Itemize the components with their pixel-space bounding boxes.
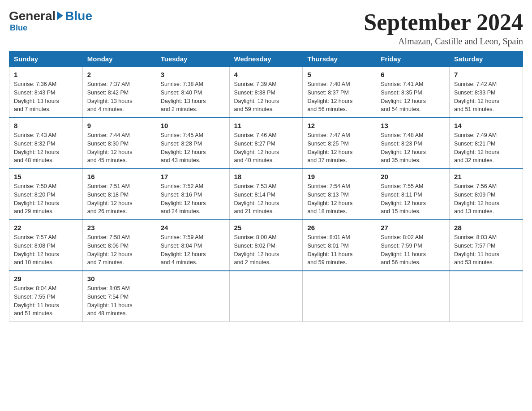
calendar-cell: 30Sunrise: 8:05 AMSunset: 7:54 PMDayligh…	[82, 271, 156, 322]
day-number: 1	[14, 71, 78, 78]
calendar-cell: 23Sunrise: 7:58 AMSunset: 8:06 PMDayligh…	[82, 220, 156, 271]
day-number: 5	[307, 71, 371, 78]
day-number: 24	[161, 224, 225, 231]
day-number: 13	[381, 122, 445, 129]
calendar-cell	[303, 271, 376, 322]
week-row-3: 15Sunrise: 7:50 AMSunset: 8:20 PMDayligh…	[9, 169, 523, 220]
logo: General Blue Blue	[9, 9, 92, 33]
day-number: 21	[454, 173, 518, 180]
day-number: 4	[234, 71, 298, 78]
month-title: September 2024	[364, 9, 523, 35]
calendar-cell: 6Sunrise: 7:41 AMSunset: 8:35 PMDaylight…	[376, 67, 450, 118]
logo-triangle-icon	[57, 11, 63, 20]
calendar-cell	[229, 271, 303, 322]
header-sunday: Sunday	[9, 51, 83, 67]
day-info: Sunrise: 7:37 AMSunset: 8:42 PMDaylight:…	[87, 80, 151, 114]
calendar-cell: 13Sunrise: 7:48 AMSunset: 8:23 PMDayligh…	[376, 118, 450, 169]
day-info: Sunrise: 7:53 AMSunset: 8:14 PMDaylight:…	[234, 182, 298, 216]
calendar-cell: 15Sunrise: 7:50 AMSunset: 8:20 PMDayligh…	[9, 169, 83, 220]
day-info: Sunrise: 7:44 AMSunset: 8:30 PMDaylight:…	[87, 131, 151, 165]
calendar-cell: 2Sunrise: 7:37 AMSunset: 8:42 PMDaylight…	[82, 67, 156, 118]
calendar-cell: 24Sunrise: 7:59 AMSunset: 8:04 PMDayligh…	[156, 220, 229, 271]
calendar-cell: 27Sunrise: 8:02 AMSunset: 7:59 PMDayligh…	[376, 220, 450, 271]
day-info: Sunrise: 7:42 AMSunset: 8:33 PMDaylight:…	[454, 80, 518, 114]
calendar-cell: 29Sunrise: 8:04 AMSunset: 7:55 PMDayligh…	[9, 271, 83, 322]
calendar-cell: 8Sunrise: 7:43 AMSunset: 8:32 PMDaylight…	[9, 118, 83, 169]
calendar-cell: 7Sunrise: 7:42 AMSunset: 8:33 PMDaylight…	[450, 67, 523, 118]
day-number: 29	[14, 275, 78, 283]
calendar-cell: 11Sunrise: 7:46 AMSunset: 8:27 PMDayligh…	[229, 118, 303, 169]
page-header: General Blue Blue September 2024 Almazan…	[9, 9, 523, 47]
day-info: Sunrise: 7:48 AMSunset: 8:23 PMDaylight:…	[381, 131, 445, 165]
day-info: Sunrise: 8:00 AMSunset: 8:02 PMDaylight:…	[234, 233, 298, 267]
calendar-cell: 18Sunrise: 7:53 AMSunset: 8:14 PMDayligh…	[229, 169, 303, 220]
day-info: Sunrise: 8:03 AMSunset: 7:57 PMDaylight:…	[454, 233, 518, 267]
week-row-1: 1Sunrise: 7:36 AMSunset: 8:43 PMDaylight…	[9, 67, 523, 118]
day-number: 9	[87, 122, 151, 129]
day-number: 7	[454, 71, 518, 78]
day-info: Sunrise: 7:54 AMSunset: 8:13 PMDaylight:…	[307, 182, 371, 216]
calendar-cell: 9Sunrise: 7:44 AMSunset: 8:30 PMDaylight…	[82, 118, 156, 169]
day-number: 19	[307, 173, 371, 180]
day-info: Sunrise: 7:56 AMSunset: 8:09 PMDaylight:…	[454, 182, 518, 216]
day-info: Sunrise: 7:46 AMSunset: 8:27 PMDaylight:…	[234, 131, 298, 165]
header-saturday: Saturday	[450, 51, 523, 67]
calendar-cell: 26Sunrise: 8:01 AMSunset: 8:01 PMDayligh…	[303, 220, 376, 271]
calendar-cell: 16Sunrise: 7:51 AMSunset: 8:18 PMDayligh…	[82, 169, 156, 220]
day-info: Sunrise: 7:50 AMSunset: 8:20 PMDaylight:…	[14, 182, 78, 216]
calendar-cell: 25Sunrise: 8:00 AMSunset: 8:02 PMDayligh…	[229, 220, 303, 271]
logo-blue-text: Blue	[65, 9, 92, 23]
day-number: 27	[381, 224, 445, 231]
day-info: Sunrise: 7:36 AMSunset: 8:43 PMDaylight:…	[14, 80, 78, 114]
day-info: Sunrise: 7:38 AMSunset: 8:40 PMDaylight:…	[161, 80, 225, 114]
day-number: 23	[87, 224, 151, 231]
week-row-4: 22Sunrise: 7:57 AMSunset: 8:08 PMDayligh…	[9, 220, 523, 271]
calendar-cell: 12Sunrise: 7:47 AMSunset: 8:25 PMDayligh…	[303, 118, 376, 169]
day-number: 26	[307, 224, 371, 231]
calendar-cell: 1Sunrise: 7:36 AMSunset: 8:43 PMDaylight…	[9, 67, 83, 118]
day-info: Sunrise: 8:04 AMSunset: 7:55 PMDaylight:…	[14, 284, 78, 318]
day-info: Sunrise: 7:40 AMSunset: 8:37 PMDaylight:…	[307, 80, 371, 114]
calendar-cell: 21Sunrise: 7:56 AMSunset: 8:09 PMDayligh…	[450, 169, 523, 220]
calendar-cell: 3Sunrise: 7:38 AMSunset: 8:40 PMDaylight…	[156, 67, 229, 118]
location-text: Almazan, Castille and Leon, Spain	[364, 36, 523, 47]
day-info: Sunrise: 7:57 AMSunset: 8:08 PMDaylight:…	[14, 233, 78, 267]
day-number: 20	[381, 173, 445, 180]
header-monday: Monday	[82, 51, 156, 67]
day-number: 15	[14, 173, 78, 180]
week-row-5: 29Sunrise: 8:04 AMSunset: 7:55 PMDayligh…	[9, 271, 523, 322]
day-number: 10	[161, 122, 225, 129]
day-number: 6	[381, 71, 445, 78]
day-number: 17	[161, 173, 225, 180]
header-friday: Friday	[376, 51, 450, 67]
calendar-cell: 22Sunrise: 7:57 AMSunset: 8:08 PMDayligh…	[9, 220, 83, 271]
day-info: Sunrise: 7:52 AMSunset: 8:16 PMDaylight:…	[161, 182, 225, 216]
day-info: Sunrise: 7:45 AMSunset: 8:28 PMDaylight:…	[161, 131, 225, 165]
day-info: Sunrise: 8:05 AMSunset: 7:54 PMDaylight:…	[87, 284, 151, 318]
day-number: 16	[87, 173, 151, 180]
calendar-cell: 10Sunrise: 7:45 AMSunset: 8:28 PMDayligh…	[156, 118, 229, 169]
day-number: 12	[307, 122, 371, 129]
day-number: 22	[14, 224, 78, 231]
calendar-cell: 4Sunrise: 7:39 AMSunset: 8:38 PMDaylight…	[229, 67, 303, 118]
day-number: 11	[234, 122, 298, 129]
day-info: Sunrise: 7:47 AMSunset: 8:25 PMDaylight:…	[307, 131, 371, 165]
day-info: Sunrise: 7:49 AMSunset: 8:21 PMDaylight:…	[454, 131, 518, 165]
day-info: Sunrise: 8:02 AMSunset: 7:59 PMDaylight:…	[381, 233, 445, 267]
calendar-cell: 5Sunrise: 7:40 AMSunset: 8:37 PMDaylight…	[303, 67, 376, 118]
logo-general-text: General	[9, 9, 56, 23]
day-info: Sunrise: 7:43 AMSunset: 8:32 PMDaylight:…	[14, 131, 78, 165]
day-number: 25	[234, 224, 298, 231]
day-number: 3	[161, 71, 225, 78]
day-info: Sunrise: 7:59 AMSunset: 8:04 PMDaylight:…	[161, 233, 225, 267]
day-info: Sunrise: 7:51 AMSunset: 8:18 PMDaylight:…	[87, 182, 151, 216]
header-wednesday: Wednesday	[229, 51, 303, 67]
day-number: 8	[14, 122, 78, 129]
title-section: September 2024 Almazan, Castille and Leo…	[364, 9, 523, 47]
calendar-cell	[450, 271, 523, 322]
day-info: Sunrise: 8:01 AMSunset: 8:01 PMDaylight:…	[307, 233, 371, 267]
day-number: 14	[454, 122, 518, 129]
calendar-cell: 28Sunrise: 8:03 AMSunset: 7:57 PMDayligh…	[450, 220, 523, 271]
calendar-cell: 14Sunrise: 7:49 AMSunset: 8:21 PMDayligh…	[450, 118, 523, 169]
week-row-2: 8Sunrise: 7:43 AMSunset: 8:32 PMDaylight…	[9, 118, 523, 169]
